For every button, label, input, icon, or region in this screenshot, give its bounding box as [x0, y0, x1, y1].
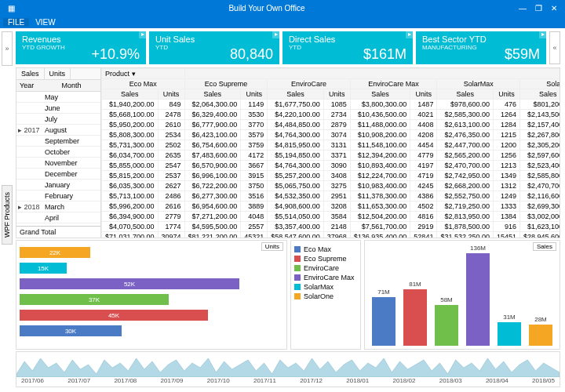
timeline-tick: 2017/11 — [253, 377, 276, 384]
pivot-total-cell: $81,221,200.00 — [184, 232, 241, 238]
pivot-cell: $5,996,200.00 — [102, 201, 159, 212]
sidebar-tab-products[interactable]: WPF Products — [2, 185, 13, 245]
maximize-button[interactable]: ❐ — [530, 4, 546, 13]
grand-total-row-label: Grand Total — [16, 226, 100, 238]
field-sales[interactable]: Sales — [16, 68, 45, 79]
ribbon: FILE VIEW — [0, 16, 565, 28]
legend-swatch — [294, 265, 301, 271]
file-tab[interactable]: FILE — [3, 18, 29, 27]
sales-bar-chart[interactable]: Sales 71M81M58M136M31M28M — [364, 240, 560, 350]
pivot-cell: $2,470,700.00 — [437, 161, 494, 171]
pivot-cell: 2148 — [323, 222, 350, 232]
year-header[interactable]: Year — [16, 80, 59, 91]
close-button[interactable]: ✕ — [546, 4, 562, 13]
expand-icon[interactable]: ▸ — [406, 31, 414, 38]
legend-swatch — [294, 246, 301, 252]
legend-item[interactable]: Eco Supreme — [294, 255, 357, 263]
vbar[interactable]: 58M — [435, 305, 458, 346]
pivot-cell: $2,699,300.00 — [519, 201, 560, 212]
timeline-tick: 2018/05 — [532, 377, 555, 384]
pivot-cell: 2534 — [158, 130, 184, 140]
pivot-cell: $6,277,300.00 — [184, 191, 241, 201]
pivot-cell: $6,394,900.00 — [102, 212, 159, 222]
legend-item[interactable]: Eco Max — [294, 245, 357, 253]
expand-icon[interactable]: ▸ — [539, 31, 547, 38]
pivot-cell: $2,597,600.00 — [519, 151, 560, 161]
pivot-cell: $2,565,200.00 — [437, 151, 494, 161]
app-icon[interactable]: ▦ — [3, 4, 19, 13]
hbar[interactable]: 37K — [20, 294, 169, 305]
pivot-cell: $2,476,350.00 — [437, 130, 494, 140]
kpi-best-sector[interactable]: ▸ Best Sector YTD MANUFACTURING $59M — [416, 31, 546, 64]
vbar[interactable]: 28M — [529, 325, 552, 346]
pivot-cell: 3915 — [241, 171, 268, 181]
year-cell[interactable]: ▸ 2017 — [16, 126, 43, 134]
pivot-cell: 2616 — [158, 201, 184, 212]
pivot-cell: $2,064,300.00 — [184, 100, 241, 110]
units-bar-chart[interactable]: Units 22K15K52K37K45K30K — [16, 240, 287, 350]
minimize-button[interactable]: — — [515, 4, 530, 13]
year-cell[interactable]: ▸ 2018 — [16, 203, 43, 211]
hbar[interactable]: 52K — [20, 278, 239, 289]
pivot-cell: $4,532,350.00 — [268, 191, 324, 201]
month-cell: June — [43, 104, 100, 112]
view-tab[interactable]: VIEW — [35, 18, 56, 27]
pivot-cell: $11,378,300.00 — [350, 191, 410, 201]
pivot-cell: 1200 — [493, 140, 519, 151]
legend-swatch — [294, 256, 301, 262]
pivot-cell: $2,668,200.00 — [437, 181, 494, 191]
pivot-cell: $5,815,200.00 — [102, 171, 159, 181]
pivot-cell: 2610 — [158, 120, 184, 130]
vbar-label: 81M — [403, 281, 427, 288]
vbar-label: 28M — [529, 316, 552, 323]
hbar[interactable]: 22K — [20, 247, 90, 258]
pivot-cell: $2,585,300.00 — [437, 110, 494, 120]
kpi-value: +10.9% — [91, 46, 140, 63]
sparkline-area — [16, 352, 560, 377]
vbar[interactable]: 81M — [403, 289, 427, 346]
legend-item[interactable]: SolarMax — [294, 283, 357, 291]
pivot-row-label: May — [16, 92, 100, 103]
month-cell: March — [43, 203, 100, 211]
kpi-revenues[interactable]: ▸ Revenues YTD GROWTH +10.9% — [16, 31, 146, 64]
pivot-grid[interactable]: Sales Units Year Month MayJuneJuly▸ 2017… — [16, 67, 560, 238]
pivot-cell: 4502 — [410, 201, 437, 212]
collapse-right-button[interactable]: « — [549, 31, 560, 64]
vbar[interactable]: 71M — [372, 297, 396, 346]
kpi-unit-sales[interactable]: ▸ Unit Sales YTD 80,840 — [149, 31, 279, 64]
month-header[interactable]: Month — [59, 80, 101, 91]
kpi-title: Unit Sales — [155, 34, 273, 44]
legend-label: SolarOne — [304, 292, 334, 300]
vbar[interactable]: 31M — [498, 322, 521, 346]
row-field-tabs[interactable]: Sales Units — [16, 68, 100, 80]
pivot-cell: 4719 — [410, 171, 437, 181]
pivot-cell: 2635 — [158, 151, 184, 161]
legend-item[interactable]: EnviroCare Max — [294, 274, 357, 281]
pivot-cell: $978,600.00 — [437, 100, 494, 110]
legend-item[interactable]: SolarOne — [294, 292, 357, 300]
hbar[interactable]: 30K — [20, 325, 122, 336]
pivot-cell: 3371 — [323, 151, 350, 161]
pivot-cell: 1149 — [241, 100, 268, 110]
pivot-cell: 1349 — [493, 171, 519, 181]
hbar[interactable]: 15K — [20, 263, 67, 274]
vbar[interactable]: 136M — [466, 253, 490, 346]
hbar[interactable]: 45K — [20, 310, 208, 321]
pivot-cell: 2502 — [158, 140, 184, 151]
legend-item[interactable]: EnviroCare — [294, 264, 357, 272]
kpi-row: ▸ Revenues YTD GROWTH +10.9% ▸ Unit Sale… — [16, 31, 560, 64]
pivot-cell: 2919 — [410, 222, 437, 232]
kpi-direct-sales[interactable]: ▸ Direct Sales YTD $161M — [282, 31, 413, 64]
pivot-cell: 1774 — [158, 222, 184, 232]
expand-icon[interactable]: ▸ — [272, 31, 280, 38]
expand-icon[interactable]: ▸ — [139, 31, 147, 38]
chart-badge-sales[interactable]: Sales — [533, 242, 556, 251]
timeline-chart[interactable]: 2017/062017/072017/082017/092017/102017/… — [16, 351, 560, 387]
month-cell: May — [43, 93, 100, 101]
collapse-left-button[interactable]: » — [2, 31, 13, 66]
pivot-cell: $2,447,700.00 — [437, 140, 494, 151]
pivot-data-area[interactable]: Product ▾Eco MaxEco SupremeEnviroCareEnv… — [101, 68, 560, 238]
field-units[interactable]: Units — [45, 68, 71, 79]
pivot-total-cell: $58,547,600.00 — [268, 232, 324, 238]
pivot-cell: 2951 — [323, 191, 350, 201]
